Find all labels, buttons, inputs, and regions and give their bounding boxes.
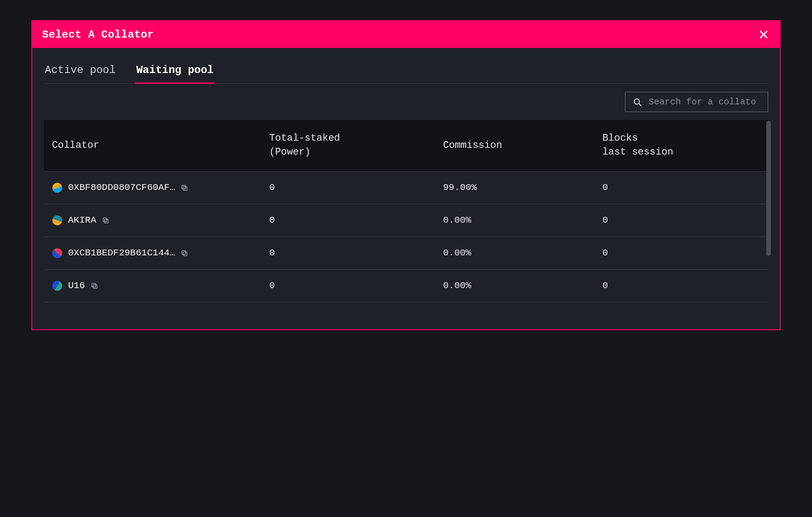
collator-name: AKIRA [68,215,96,225]
table-header-row: Collator Total-staked (Power) Commission… [44,120,768,171]
svg-rect-6 [104,219,108,223]
svg-rect-7 [103,218,107,221]
select-collator-modal: Select A Collator Active pool Waiting po… [31,20,781,330]
collator-table: Collator Total-staked (Power) Commission… [44,120,768,302]
copy-address-button[interactable] [90,282,98,290]
identicon [52,248,63,258]
cell-total-staked: 0 [261,237,435,269]
search-box[interactable] [625,92,768,112]
copy-icon [102,216,110,224]
table-row[interactable]: 0XBF80DD0807CF60AF… 0 99.00% 0 [44,171,768,204]
search-icon [633,97,642,107]
table-row[interactable]: AKIRA 0 0.00% 0 [44,204,768,237]
svg-rect-13 [92,283,95,287]
identicon [52,215,63,226]
cell-commission: 0.00% [435,204,594,237]
modal-header: Select A Collator [32,21,780,48]
cell-commission: 99.00% [435,171,594,204]
scrollbar-thumb[interactable] [766,121,771,256]
search-input[interactable] [649,97,756,107]
copy-address-button[interactable] [180,184,188,192]
close-icon [758,29,769,40]
collator-cell: 0XCB1BEDF29B61C144… [52,248,253,258]
cell-total-staked: 0 [261,171,435,204]
col-header-collator[interactable]: Collator [44,120,261,171]
copy-address-button[interactable] [102,216,110,224]
copy-address-button[interactable] [180,249,188,257]
table-row[interactable]: U16 0 0.00% 0 [44,269,768,302]
modal-content: Active pool Waiting pool Collator Total- [32,48,780,329]
tab-waiting-pool[interactable]: Waiting pool [135,59,214,83]
svg-rect-4 [182,185,186,189]
cell-commission: 0.00% [435,237,594,269]
collator-name: 0XCB1BEDF29B61C144… [68,248,175,258]
cell-blocks: 0 [594,237,768,269]
cell-total-staked: 0 [261,204,435,237]
close-button[interactable] [757,28,770,41]
svg-rect-12 [93,284,97,288]
cell-commission: 0.00% [435,269,594,302]
table-wrap: Collator Total-staked (Power) Commission… [44,120,768,302]
cell-blocks: 0 [594,269,768,302]
collator-cell: U16 [52,280,253,291]
tab-active-pool[interactable]: Active pool [44,59,116,83]
cell-total-staked: 0 [261,269,435,302]
collator-cell: AKIRA [52,215,253,226]
collator-cell: 0XBF80DD0807CF60AF… [52,182,253,193]
modal-title: Select A Collator [42,29,154,41]
copy-icon [180,184,188,192]
copy-icon [180,249,188,257]
col-header-commission[interactable]: Commission [435,120,594,171]
collator-name: U16 [68,280,85,291]
search-row [44,92,768,112]
collator-name: 0XBF80DD0807CF60AF… [68,182,175,193]
col-header-total-staked[interactable]: Total-staked (Power) [261,120,435,171]
copy-icon [90,282,98,290]
identicon [52,280,63,291]
svg-rect-10 [182,250,186,254]
tabs: Active pool Waiting pool [44,59,768,84]
svg-rect-9 [184,252,187,255]
svg-rect-3 [184,186,187,190]
table-row[interactable]: 0XCB1BEDF29B61C144… 0 0.00% 0 [44,237,768,269]
svg-line-1 [639,103,641,106]
cell-blocks: 0 [594,204,768,237]
scrollbar[interactable] [766,121,771,294]
cell-blocks: 0 [594,171,768,204]
col-header-blocks[interactable]: Blocks last session [594,120,768,171]
identicon [52,182,63,193]
